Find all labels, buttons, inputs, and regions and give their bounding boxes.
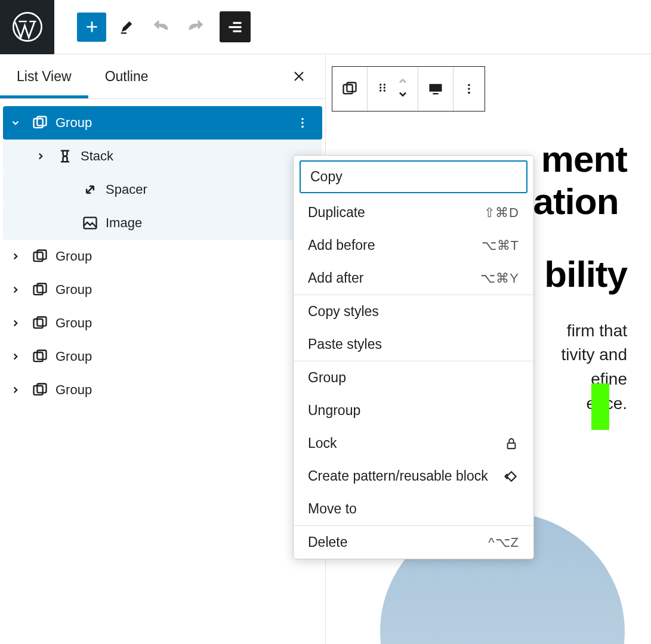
tab-outline[interactable]: Outline — [88, 54, 165, 98]
menu-copy[interactable]: Copy — [300, 160, 527, 193]
pattern-icon — [504, 469, 519, 484]
list-item-group[interactable]: Group — [3, 240, 322, 273]
block-context-menu: Copy Duplicate⇧⌘D Add before⌥⌘T Add afte… — [293, 155, 534, 559]
group-icon — [28, 382, 52, 398]
list-view-icon — [227, 18, 243, 35]
list-view-tree: Group Stack Space — [0, 99, 325, 407]
chevron-right-icon[interactable] — [28, 151, 53, 162]
pencil-icon — [118, 18, 135, 35]
wordpress-logo[interactable] — [0, 0, 54, 54]
chevron-right-icon[interactable] — [3, 351, 28, 362]
svg-rect-33 — [508, 443, 516, 448]
lock-icon — [504, 436, 519, 451]
block-type-button[interactable] — [332, 67, 368, 111]
chevron-down-icon — [397, 90, 409, 98]
svg-point-7 — [301, 122, 304, 124]
menu-delete[interactable]: Delete^⌥Z — [294, 526, 533, 559]
plus-icon — [84, 19, 100, 35]
chevron-right-icon[interactable] — [3, 284, 28, 295]
chevron-right-icon[interactable] — [3, 385, 28, 395]
list-item-label: Group — [55, 282, 92, 298]
drag-handle[interactable] — [377, 79, 388, 98]
svg-rect-11 — [37, 250, 46, 259]
svg-rect-13 — [37, 284, 46, 293]
align-button[interactable] — [418, 67, 453, 111]
list-item-label: Group — [55, 115, 92, 131]
menu-create-pattern[interactable]: Create pattern/reusable block — [294, 460, 533, 493]
svg-rect-15 — [37, 317, 46, 326]
svg-rect-1 — [233, 22, 242, 24]
menu-ungroup[interactable]: Ungroup — [294, 394, 533, 427]
wordpress-icon — [11, 11, 44, 43]
move-down-button[interactable] — [397, 90, 409, 101]
svg-point-32 — [468, 92, 470, 94]
sidebar-tabs: List View Outline — [0, 54, 325, 99]
list-item-stack[interactable]: Stack — [3, 140, 322, 173]
svg-rect-14 — [34, 319, 43, 328]
redo-button[interactable] — [181, 13, 210, 41]
menu-lock[interactable]: Lock — [294, 427, 533, 460]
chevron-down-icon[interactable] — [3, 117, 28, 128]
undo-button[interactable] — [147, 13, 175, 41]
list-view-toggle-button[interactable] — [220, 11, 251, 42]
group-icon — [28, 281, 52, 298]
group-icon — [28, 348, 52, 365]
spacer-icon — [78, 181, 102, 198]
list-item-label: Stack — [81, 148, 113, 164]
tab-list-view[interactable]: List View — [0, 54, 88, 98]
list-item-group[interactable]: Group — [3, 306, 322, 340]
block-toolbar — [332, 66, 485, 112]
image-icon — [78, 215, 102, 231]
list-item-group[interactable]: Group — [3, 373, 322, 407]
svg-rect-18 — [34, 386, 43, 395]
svg-point-24 — [380, 86, 381, 88]
chevron-right-icon[interactable] — [3, 251, 28, 262]
svg-point-31 — [468, 88, 470, 90]
more-options-button[interactable] — [294, 114, 311, 132]
list-item-label: Spacer — [106, 182, 147, 197]
add-block-button[interactable] — [77, 13, 106, 42]
edit-button[interactable] — [112, 13, 141, 41]
menu-duplicate[interactable]: Duplicate⇧⌘D — [294, 196, 533, 229]
svg-rect-3 — [233, 30, 242, 32]
svg-rect-2 — [229, 26, 242, 28]
list-item-group[interactable]: Group — [3, 273, 322, 306]
redo-icon — [187, 18, 205, 36]
svg-rect-17 — [37, 351, 46, 360]
menu-paste-styles[interactable]: Paste styles — [294, 328, 533, 361]
svg-point-25 — [384, 86, 385, 88]
move-up-button[interactable] — [397, 77, 409, 88]
list-item-image[interactable]: Image — [3, 206, 322, 240]
toolbar-buttons — [54, 11, 251, 42]
group-icon — [28, 114, 52, 131]
list-item-spacer[interactable]: Spacer — [3, 173, 322, 206]
menu-group[interactable]: Group — [294, 361, 533, 394]
button-block[interactable] — [591, 383, 609, 430]
menu-add-before[interactable]: Add before⌥⌘T — [294, 229, 533, 262]
align-icon — [427, 82, 444, 95]
svg-rect-5 — [37, 117, 46, 126]
svg-point-8 — [301, 126, 304, 128]
list-item-group[interactable]: Group — [3, 340, 322, 373]
svg-point-6 — [301, 118, 304, 120]
menu-copy-styles[interactable]: Copy styles — [294, 295, 533, 328]
svg-rect-20 — [344, 85, 353, 94]
menu-add-after[interactable]: Add after⌥⌘Y — [294, 262, 533, 295]
undo-icon — [152, 18, 170, 36]
stack-icon — [53, 148, 77, 165]
svg-point-23 — [384, 83, 385, 85]
svg-point-30 — [468, 84, 470, 86]
chevron-right-icon[interactable] — [3, 318, 28, 329]
svg-rect-4 — [34, 119, 43, 128]
more-vertical-icon — [296, 116, 309, 129]
svg-rect-28 — [430, 84, 442, 92]
svg-point-26 — [380, 89, 381, 91]
block-options-button[interactable] — [453, 67, 485, 111]
svg-rect-34 — [507, 472, 516, 481]
list-item-group-selected[interactable]: Group — [3, 106, 322, 140]
menu-move-to[interactable]: Move to — [294, 493, 533, 525]
close-sidebar-button[interactable] — [289, 67, 308, 86]
svg-rect-29 — [433, 93, 438, 94]
close-icon — [292, 69, 306, 83]
group-icon — [341, 80, 358, 97]
